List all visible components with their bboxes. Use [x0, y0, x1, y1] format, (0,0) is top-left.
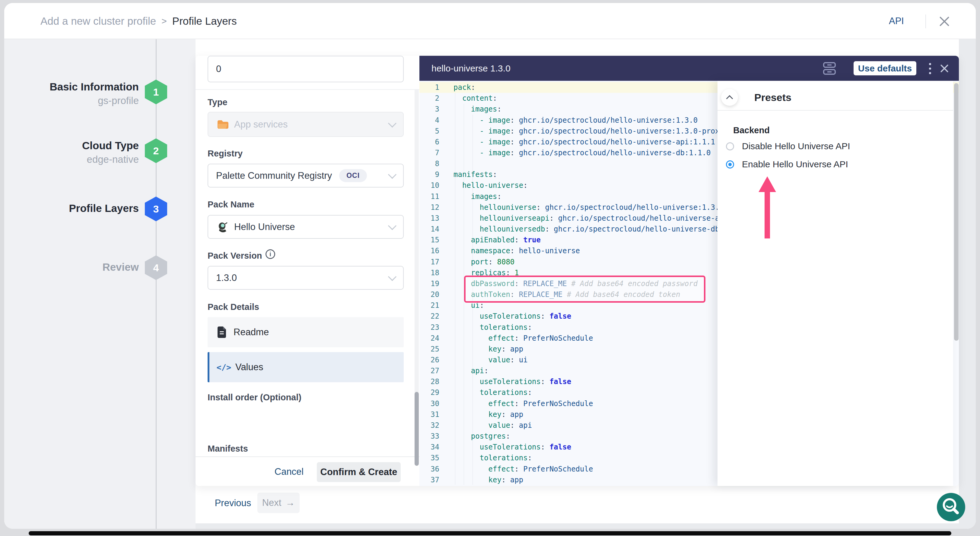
- pack-details-tab-values[interactable]: </>Values: [208, 352, 404, 382]
- install-order-input[interactable]: 0: [208, 56, 404, 82]
- next-label: Next: [262, 497, 282, 508]
- line-number: 32: [419, 421, 439, 430]
- line-number: 20: [419, 290, 439, 299]
- pack-name-value: Hello Universe: [234, 222, 295, 232]
- next-button[interactable]: Next →: [258, 493, 300, 513]
- bottom-background-strip: [196, 523, 959, 529]
- line-number: 27: [419, 366, 439, 375]
- astronaut-icon: [216, 222, 229, 232]
- editor-close-icon[interactable]: [937, 62, 951, 75]
- type-label: Type: [208, 97, 228, 107]
- line-number: 37: [419, 476, 439, 484]
- kebab-dot: [929, 63, 931, 65]
- line-number: 30: [419, 400, 439, 408]
- pack-name-select[interactable]: Hello Universe: [208, 215, 404, 239]
- editor-header: hello-universe 1.3.0 Use defaults: [419, 56, 959, 81]
- step-2-label[interactable]: Cloud Typeedge-native: [82, 140, 139, 165]
- step-2-hexagon[interactable]: 2: [145, 138, 167, 163]
- line-number: 6: [419, 138, 439, 146]
- step-1-label[interactable]: Basic Informationgs-profile: [49, 81, 139, 106]
- chevron-up-icon[interactable]: [721, 89, 738, 106]
- form-footer: Cancel Confirm & Create: [196, 457, 419, 486]
- kebab-menu-icon[interactable]: [924, 60, 936, 76]
- line-number: 25: [419, 345, 439, 353]
- step-subtitle: gs-profile: [49, 95, 139, 106]
- manifests-label: Manifests: [208, 444, 248, 454]
- preset-option-1[interactable]: Disable Hello Universe API: [726, 137, 850, 155]
- preset-option-label: Disable Hello Universe API: [742, 141, 850, 151]
- line-number: 31: [419, 410, 439, 419]
- breadcrumb-parent-link[interactable]: Add a new cluster profile: [40, 15, 156, 27]
- wizard-stepper-panel: 1Basic Informationgs-profile2Cloud Typee…: [4, 39, 196, 529]
- presets-panel: Presets Backend Disable Hello Universe A…: [718, 81, 953, 486]
- modal-scrollbar-thumb[interactable]: [954, 83, 959, 341]
- step-3-label[interactable]: Profile Layers: [69, 202, 139, 214]
- oci-badge: OCI: [339, 169, 367, 182]
- line-number: 18: [419, 269, 439, 277]
- line-number: 23: [419, 323, 439, 331]
- step-4-hexagon[interactable]: 4: [145, 255, 167, 280]
- line-number: 28: [419, 377, 439, 386]
- kebab-dot: [929, 68, 931, 70]
- step-4-label[interactable]: Review: [102, 261, 139, 273]
- preset-option-2[interactable]: Enable Hello Universe API: [726, 155, 848, 173]
- line-number: 14: [419, 225, 439, 233]
- step-title: Profile Layers: [69, 202, 139, 214]
- step-subtitle: edge-native: [82, 154, 139, 165]
- info-icon[interactable]: i: [266, 249, 275, 259]
- edit-pack-modal: + 5/5 Edit additional pack Type App serv…: [196, 56, 959, 486]
- line-number: 35: [419, 454, 439, 462]
- arrow-right-icon: →: [285, 497, 295, 508]
- step-1-hexagon[interactable]: 1: [145, 79, 167, 104]
- type-value: App services: [234, 119, 288, 130]
- radio-unselected[interactable]: [726, 142, 734, 151]
- line-number: 7: [419, 149, 439, 157]
- pack-details-tab-label: Readme: [234, 327, 269, 338]
- form-scrollbar-thumb[interactable]: [415, 392, 419, 466]
- close-icon[interactable]: [937, 14, 952, 29]
- step-3-hexagon[interactable]: 3: [145, 197, 167, 221]
- presets-title: Presets: [754, 81, 791, 114]
- registry-label: Registry: [208, 149, 243, 159]
- annotation-arrow-up: [759, 176, 776, 239]
- line-number: 34: [419, 443, 439, 451]
- use-defaults-button[interactable]: Use defaults: [854, 61, 916, 75]
- line-number: 29: [419, 388, 439, 397]
- api-link[interactable]: API: [883, 3, 910, 39]
- chevron-down-icon: [388, 272, 396, 281]
- kebab-dot: [929, 72, 931, 74]
- pack-version-select[interactable]: 1.3.0: [208, 266, 404, 290]
- right-background-strip: [959, 39, 976, 529]
- previous-button[interactable]: Previous: [214, 494, 252, 512]
- line-number: 5: [419, 127, 439, 135]
- line-number: 26: [419, 356, 439, 364]
- line-number: 36: [419, 465, 439, 473]
- line-number: 16: [419, 247, 439, 255]
- search-icon[interactable]: [937, 493, 965, 521]
- step-title: Cloud Type: [82, 140, 139, 152]
- stepper-connector-line: [156, 39, 157, 529]
- line-number: 21: [419, 301, 439, 309]
- pack-details-tab-readme[interactable]: Readme: [208, 317, 404, 347]
- pack-name-label: Pack Name: [208, 200, 255, 209]
- diff-icon[interactable]: [822, 62, 836, 76]
- type-select[interactable]: App services: [208, 112, 404, 137]
- app-window: Add a new cluster profile > Profile Laye…: [4, 3, 976, 529]
- cancel-button[interactable]: Cancel: [271, 457, 307, 487]
- registry-select[interactable]: Palette Community Registry OCI: [208, 164, 404, 187]
- line-number: 11: [419, 192, 439, 201]
- line-number: 24: [419, 334, 439, 343]
- presets-divider: [718, 110, 953, 111]
- line-number: 17: [419, 258, 439, 266]
- editor-title: hello-universe 1.3.0: [431, 56, 511, 81]
- confirm-create-button[interactable]: Confirm & Create: [317, 462, 401, 482]
- step-title: Basic Information: [49, 81, 139, 93]
- pack-version-value: 1.3.0: [216, 273, 237, 283]
- radio-selected[interactable]: [726, 160, 734, 168]
- line-number: 19: [419, 279, 439, 288]
- top-header: Add a new cluster profile > Profile Laye…: [4, 3, 976, 39]
- pack-details-tab-label: Values: [235, 362, 263, 373]
- line-number: 8: [419, 160, 439, 168]
- window-bottom-edge: [29, 531, 951, 535]
- chevron-glyph: [726, 95, 733, 102]
